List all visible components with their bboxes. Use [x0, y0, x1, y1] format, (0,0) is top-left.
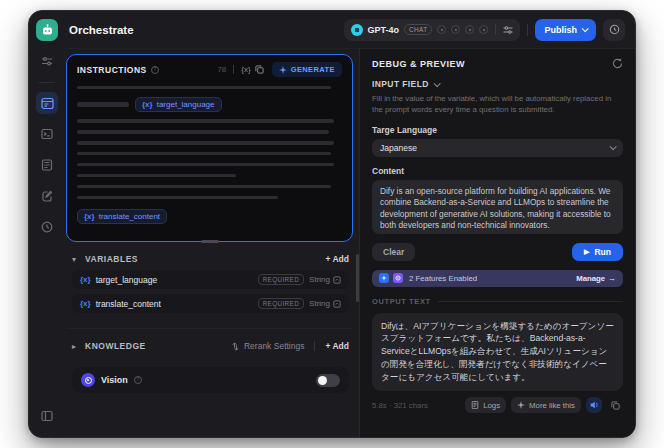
arrow-right-icon: → [608, 274, 616, 283]
sidebar-item-api-access[interactable] [36, 123, 58, 145]
required-badge: REQUIRED [258, 274, 304, 285]
variable-chip-label: translate_content [99, 212, 160, 221]
variable-row-translate-content[interactable]: {x} translate_content REQUIRED String [72, 294, 349, 313]
rerank-icon [231, 342, 240, 351]
copy-output-button[interactable] [607, 397, 623, 413]
vision-toggle[interactable] [316, 374, 340, 387]
app-window: Orchestrate GPT-4o CHAT [28, 10, 636, 438]
capability-icon-1 [437, 25, 446, 34]
model-selector[interactable]: GPT-4o CHAT [344, 19, 521, 41]
instructions-editor[interactable]: INSTRUCTIONS ? 78 {x} GENERATE [66, 54, 353, 242]
sidebar-item-logs[interactable] [36, 154, 58, 176]
capability-icon-2 [451, 25, 460, 34]
chevron-down-icon [433, 80, 440, 87]
add-variable-button[interactable]: + Add [325, 254, 349, 264]
publish-button[interactable]: Publish [535, 19, 596, 41]
prompt-text-line [77, 141, 334, 144]
output-text-header: OUTPUT TEXT [372, 297, 623, 306]
variable-chip-translate-content[interactable]: {x} translate_content [77, 209, 167, 224]
collapse-sidebar-icon[interactable] [36, 405, 58, 427]
model-mode-badge: CHAT [404, 24, 432, 35]
prompt-text-line [77, 152, 331, 155]
debug-preview-panel: DEBUG & PREVIEW INPUT FIELD Fill in the … [359, 49, 635, 437]
version-history-button[interactable] [603, 19, 625, 41]
variable-icon: {x} [142, 100, 153, 109]
sidebar-divider [39, 82, 55, 83]
chevron-down-icon [610, 143, 617, 150]
play-icon: ▶ [584, 248, 589, 256]
divider-line [438, 301, 623, 302]
clear-button[interactable]: Clear [372, 243, 415, 261]
info-icon: ? [134, 376, 142, 384]
more-like-this-button[interactable]: More like this [511, 397, 581, 413]
run-label: Run [594, 247, 611, 257]
rerank-settings-button[interactable]: Rerank Settings [231, 341, 304, 351]
prompt-text-line [77, 86, 331, 89]
output-stats: 5.8s · 321 chars [372, 401, 428, 410]
desktop-background: Orchestrate GPT-4o CHAT [0, 0, 664, 448]
prompt-text-line [77, 130, 329, 133]
vision-label: Vision [101, 375, 128, 385]
read-aloud-button[interactable] [586, 397, 602, 413]
input-field-description: Fill in the value of the variable, which… [372, 93, 623, 116]
resize-drag-handle[interactable] [201, 240, 219, 243]
logs-icon [471, 401, 479, 409]
variables-section-header: ▾ VARIABLES + Add [72, 254, 349, 264]
knowledge-title: KNOWLEDGE [85, 341, 146, 351]
insert-variable-icon[interactable]: {x} [241, 65, 250, 74]
input-field-section-header[interactable]: INPUT FIELD [372, 79, 623, 89]
model-parameters-icon[interactable] [503, 25, 513, 35]
knowledge-section-header: ▸ KNOWLEDGE Rerank Settings + Add [72, 341, 349, 351]
sidebar-item-annotations[interactable] [36, 185, 58, 207]
sidebar-item-monitoring[interactable] [36, 216, 58, 238]
scrollbar-thumb[interactable] [356, 254, 359, 302]
sidebar-item-orchestrate[interactable] [36, 92, 58, 114]
variable-chip-label: target_language [157, 100, 215, 109]
copy-icon [611, 401, 620, 410]
toolbar-divider [233, 65, 234, 74]
chevron-down-icon [582, 25, 589, 32]
output-text-bubble: Difyは、AIアプリケーションを構築するためのオープンソースプラットフォームで… [372, 313, 623, 391]
variable-row-target-language[interactable]: {x} target_language REQUIRED String [72, 270, 349, 289]
vision-feature-row: Vision ? [72, 367, 349, 393]
generate-button[interactable]: GENERATE [272, 62, 342, 77]
capability-icon-4 [479, 25, 488, 34]
output-text-title: OUTPUT TEXT [372, 297, 431, 306]
refresh-icon[interactable] [612, 58, 623, 69]
app-avatar-robot-icon[interactable] [36, 19, 58, 41]
target-language-select[interactable]: Japanese [372, 139, 623, 157]
manage-features-button[interactable]: Manage → [576, 274, 616, 283]
orchestrate-panel: INSTRUCTIONS ? 78 {x} GENERATE [65, 49, 359, 437]
chevron-down-icon[interactable]: ▾ [72, 255, 80, 264]
capability-icon-3 [465, 25, 474, 34]
variable-type: String [309, 275, 330, 284]
model-settings-icon[interactable] [36, 50, 58, 72]
prompt-text-line [77, 119, 334, 122]
run-button[interactable]: ▶ Run [572, 243, 623, 261]
copy-icon[interactable] [255, 65, 264, 74]
target-language-value: Japanese [380, 143, 417, 153]
content-textarea[interactable]: Dify is an open-source platform for buil… [372, 180, 623, 234]
prompt-text-line [77, 102, 129, 107]
openai-icon [351, 24, 363, 36]
model-name: GPT-4o [368, 25, 400, 35]
add-knowledge-button[interactable]: + Add [325, 341, 349, 351]
change-type-icon[interactable] [333, 276, 341, 284]
variable-icon: {x} [80, 275, 91, 284]
variable-chip-target-language[interactable]: {x} target_language [135, 97, 222, 112]
variable-icon: {x} [84, 212, 95, 221]
prompt-text-line [77, 196, 278, 199]
required-badge: REQUIRED [258, 298, 304, 309]
logs-button[interactable]: Logs [465, 397, 506, 413]
change-type-icon[interactable] [333, 300, 341, 308]
variables-title: VARIABLES [85, 254, 138, 264]
header-divider [527, 24, 528, 36]
vision-icon [81, 373, 95, 387]
char-count: 78 [217, 65, 226, 74]
features-enabled-text: 2 Features Enabled [409, 274, 477, 283]
top-header-bar: Orchestrate GPT-4o CHAT [65, 11, 635, 49]
input-field-title: INPUT FIELD [372, 79, 429, 89]
instructions-title: INSTRUCTIONS [77, 65, 147, 75]
chevron-right-icon[interactable]: ▸ [72, 342, 80, 351]
features-enabled-bar: 2 Features Enabled Manage → [372, 270, 623, 287]
